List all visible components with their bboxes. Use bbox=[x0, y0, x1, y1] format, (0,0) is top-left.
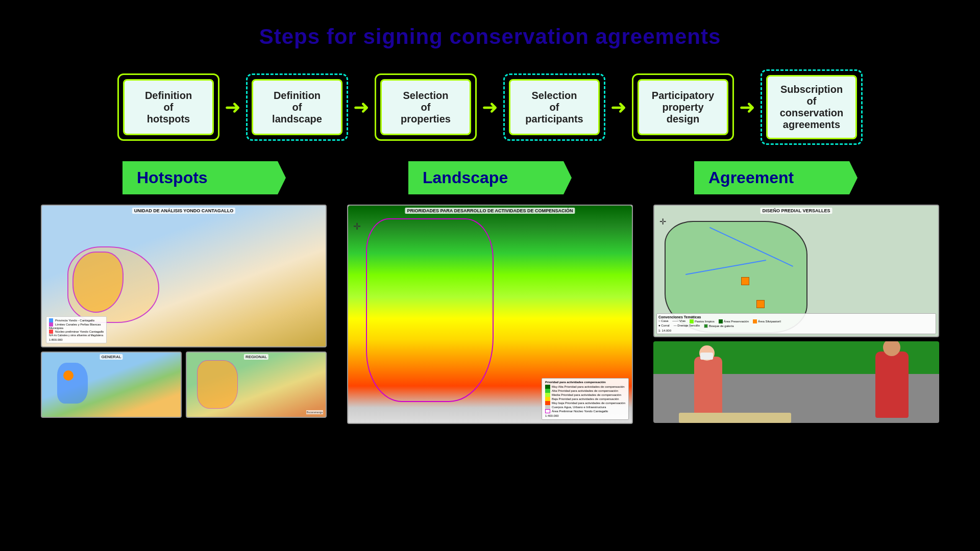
hotspots-map-title: UNIDAD DE ANÁLISIS YONDO CANTAGALLO bbox=[132, 208, 235, 214]
step-design-label: Participatorypropertydesign bbox=[638, 79, 728, 135]
step-landscape: Definitionoflandscape bbox=[246, 73, 348, 141]
hotspots-banner: Hotspots bbox=[122, 161, 286, 194]
step-participants-label: Selectionofparticipants bbox=[509, 79, 600, 135]
step-subscription: Subscriptionofconservationagreements bbox=[761, 69, 863, 145]
landscape-scale: 1:400.000 bbox=[545, 414, 625, 417]
steps-flow: Definitionofhotspots ➜ Definitionoflands… bbox=[0, 69, 980, 145]
step-properties: Selectionofproperties bbox=[375, 73, 477, 141]
person-1-mask bbox=[700, 353, 713, 360]
arrow-4: ➜ bbox=[610, 97, 627, 117]
arrow-3: ➜ bbox=[482, 97, 498, 117]
agreement-image-col: DISEÑO PREDIAL VERSALLES ✛ Convenciones … bbox=[653, 205, 939, 424]
agreement-banner: Agreement bbox=[694, 161, 857, 194]
agreement-convenciones: Convenciones Temáticas ○ Casa —— Vías Pa… bbox=[656, 313, 936, 334]
landscape-map-title: PRIORIDADES PARA DESARROLLO DE ACTIVIDAD… bbox=[405, 208, 575, 214]
marker-2 bbox=[756, 300, 765, 308]
arrow-1: ➜ bbox=[225, 97, 241, 117]
north-arrow-agreement: ✛ bbox=[659, 217, 666, 227]
agreement-photo bbox=[653, 341, 939, 423]
north-arrow-landscape: ✛ bbox=[353, 221, 361, 232]
step-hotspots-label: Definitionofhotspots bbox=[123, 79, 214, 135]
step-participants: Selectionofparticipants bbox=[503, 73, 605, 141]
person-2-body bbox=[875, 352, 909, 418]
step-properties-label: Selectionofproperties bbox=[380, 79, 471, 135]
hotspots-small-maps: GENERAL REGIONAL Bucaramanga bbox=[41, 352, 327, 418]
banners-row: Hotspots Landscape Agreement bbox=[0, 161, 980, 194]
landscape-legend: Prioridad para actividades compensación … bbox=[542, 378, 629, 420]
arrow-5: ➜ bbox=[739, 97, 755, 117]
hotspot-small-general: GENERAL bbox=[41, 352, 182, 418]
small-map-regional-label: REGIONAL bbox=[244, 354, 268, 360]
hotspots-main-map: UNIDAD DE ANÁLISIS YONDO CANTAGALLO Prov… bbox=[41, 205, 327, 347]
step-hotspots: Definitionofhotspots bbox=[117, 73, 219, 141]
arrow-2: ➜ bbox=[353, 97, 370, 117]
hotspot-scale: 1:800.000 bbox=[49, 338, 104, 341]
person-2-head bbox=[883, 341, 900, 356]
hotspot-small-regional: REGIONAL Bucaramanga bbox=[186, 352, 327, 418]
landscape-main-map: PRIORIDADES PARA DESARROLLO DE ACTIVIDAD… bbox=[347, 205, 633, 424]
agreement-map-title: DISEÑO PREDIAL VERSALLES bbox=[761, 208, 832, 214]
small-map-general-label: GENERAL bbox=[100, 354, 122, 360]
step-subscription-label: Subscriptionofconservationagreements bbox=[766, 75, 857, 139]
table-surface bbox=[679, 413, 791, 423]
landscape-image-col: PRIORIDADES PARA DESARROLLO DE ACTIVIDAD… bbox=[347, 205, 633, 424]
agreement-banner-label: Agreement bbox=[708, 168, 794, 187]
convenciones-title: Convenciones Temáticas bbox=[658, 315, 934, 319]
agreement-scale: 1: 14.000 bbox=[658, 329, 934, 332]
step-landscape-label: Definitionoflandscape bbox=[252, 79, 342, 135]
hotspots-banner-label: Hotspots bbox=[137, 168, 208, 187]
agreement-main-map: DISEÑO PREDIAL VERSALLES ✛ Convenciones … bbox=[653, 205, 939, 337]
hotspots-image-col: UNIDAD DE ANÁLISIS YONDO CANTAGALLO Prov… bbox=[41, 205, 327, 424]
hotspot-legend: Provincia Yondo - Cantagallo Límites Can… bbox=[46, 316, 107, 343]
page-title: Steps for signing conservation agreement… bbox=[0, 0, 980, 49]
person-1-body bbox=[694, 357, 722, 418]
step-design: Participatorypropertydesign bbox=[632, 73, 734, 141]
images-row: UNIDAD DE ANÁLISIS YONDO CANTAGALLO Prov… bbox=[0, 205, 980, 424]
marker-1 bbox=[741, 277, 749, 285]
landscape-banner-label: Landscape bbox=[423, 168, 508, 187]
landscape-banner: Landscape bbox=[408, 161, 572, 194]
